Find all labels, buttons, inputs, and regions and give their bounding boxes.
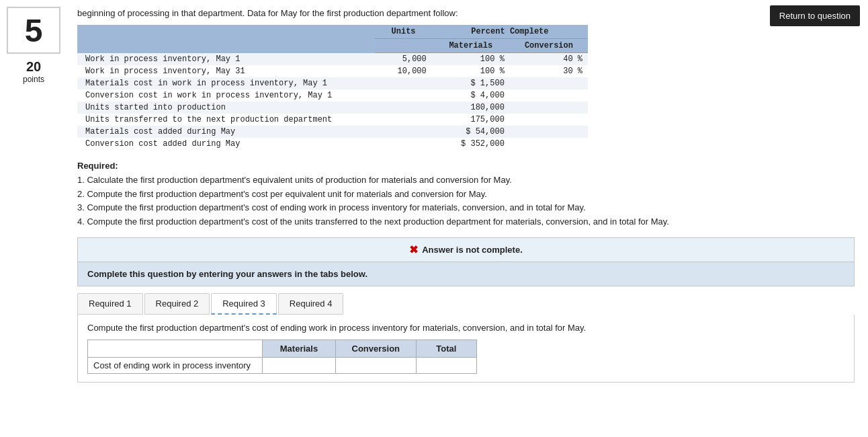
- question-number: 5: [7, 7, 60, 54]
- row-materials: $ 1,500: [432, 77, 510, 89]
- table-header-units: Units: [375, 25, 431, 39]
- row-conversion: [510, 89, 588, 102]
- required-item-2: 2. Compute the first production departme…: [77, 189, 487, 199]
- total-input-cell[interactable]: [416, 357, 476, 373]
- row-units: [375, 89, 431, 102]
- required-item-1: 1. Calculate the first production depart…: [77, 175, 512, 185]
- row-units: [375, 126, 431, 138]
- row-units: [375, 102, 431, 114]
- data-table-row: Conversion cost added during May$ 352,00…: [77, 138, 588, 150]
- row-units: 5,000: [375, 53, 431, 66]
- data-table-row: Work in process inventory, May 15,000100…: [77, 53, 588, 66]
- required-section: Required: 1. Calculate the first product…: [77, 159, 855, 229]
- conversion-input-cell[interactable]: [335, 357, 416, 373]
- data-table-row: Units transferred to the next production…: [77, 114, 588, 126]
- required-item-3: 3. Compute the first production departme…: [77, 202, 586, 212]
- row-units: 10,000: [375, 65, 431, 77]
- row-label: Materials cost in work in process invent…: [77, 77, 375, 89]
- answer-col-conversion: Conversion: [335, 340, 416, 357]
- row-label: Work in process inventory, May 31: [77, 65, 375, 77]
- tab-required-3[interactable]: Required 3: [211, 293, 277, 315]
- answer-table: Materials Conversion Total Cost of endin…: [87, 340, 477, 374]
- points-area: 20 points: [7, 59, 60, 84]
- row-conversion: 40 %: [510, 53, 588, 66]
- required-heading: Required:: [77, 161, 118, 171]
- row-conversion: [510, 114, 588, 126]
- row-materials: $ 4,000: [432, 89, 510, 102]
- tabs-container: Required 1Required 2Required 3Required 4: [77, 293, 855, 315]
- row-conversion: [510, 126, 588, 138]
- tab-required-2[interactable]: Required 2: [144, 293, 210, 315]
- data-table-row: Work in process inventory, May 3110,0001…: [77, 65, 588, 77]
- table-header-blank: [77, 25, 375, 39]
- answer-banner-text: Answer is not complete.: [422, 245, 523, 255]
- complete-instruction: Complete this question by entering your …: [77, 262, 855, 286]
- row-materials: 100 %: [432, 65, 510, 77]
- row-conversion: 30 %: [510, 65, 588, 77]
- main-content: beginning of processing in that departme…: [71, 0, 868, 396]
- tab-content: Compute the first production department'…: [77, 315, 855, 383]
- percent-complete-header: Percent Complete: [432, 25, 588, 39]
- answer-col-label: [88, 340, 263, 357]
- row-conversion: [510, 77, 588, 89]
- row-label: Conversion cost in work in process inven…: [77, 89, 375, 102]
- answer-table-row: Cost of ending work in process inventory: [88, 357, 477, 373]
- table-subheader-conversion: Conversion: [510, 39, 588, 53]
- row-units: [375, 114, 431, 126]
- row-materials: 175,000: [432, 114, 510, 126]
- row-units: [375, 138, 431, 150]
- required-item-4: 4. Compute the first production departme…: [77, 216, 669, 227]
- data-table: Units Percent Complete Materials Convers…: [77, 25, 588, 150]
- materials-input[interactable]: [268, 360, 330, 370]
- data-table-row: Materials cost in work in process invent…: [77, 77, 588, 89]
- row-materials: $ 352,000: [432, 138, 510, 150]
- row-label: Work in process inventory, May 1: [77, 53, 375, 66]
- row-label: Materials cost added during May: [77, 126, 375, 138]
- row-materials: $ 54,000: [432, 126, 510, 138]
- answer-row-label: Cost of ending work in process inventory: [88, 357, 263, 373]
- answer-banner: ✖ Answer is not complete.: [77, 237, 855, 262]
- data-table-row: Units started into production180,000: [77, 102, 588, 114]
- row-label: Units started into production: [77, 102, 375, 114]
- answer-col-materials: Materials: [263, 340, 336, 357]
- tab-required-4[interactable]: Required 4: [278, 293, 344, 315]
- total-input[interactable]: [422, 360, 471, 370]
- table-subheader-materials: Materials: [432, 39, 510, 53]
- row-conversion: [510, 102, 588, 114]
- error-icon: ✖: [409, 243, 418, 256]
- table-subheader-blank: [77, 39, 375, 53]
- answer-col-total: Total: [416, 340, 476, 357]
- tab-description: Compute the first production department'…: [87, 323, 844, 333]
- intro-text: beginning of processing in that departme…: [77, 8, 855, 18]
- row-materials: 100 %: [432, 53, 510, 66]
- return-to-question-button[interactable]: Return to question: [770, 5, 860, 26]
- row-materials: 180,000: [432, 102, 510, 114]
- row-units: [375, 77, 431, 89]
- row-label: Units transferred to the next production…: [77, 114, 375, 126]
- conversion-input[interactable]: [341, 360, 410, 370]
- points-value: 20: [7, 59, 60, 75]
- table-subheader-units: [375, 39, 431, 53]
- data-table-row: Materials cost added during May$ 54,000: [77, 126, 588, 138]
- row-label: Conversion cost added during May: [77, 138, 375, 150]
- tab-required-1[interactable]: Required 1: [77, 293, 143, 315]
- data-table-row: Conversion cost in work in process inven…: [77, 89, 588, 102]
- row-conversion: [510, 138, 588, 150]
- materials-input-cell[interactable]: [263, 357, 336, 373]
- points-label: points: [7, 75, 60, 84]
